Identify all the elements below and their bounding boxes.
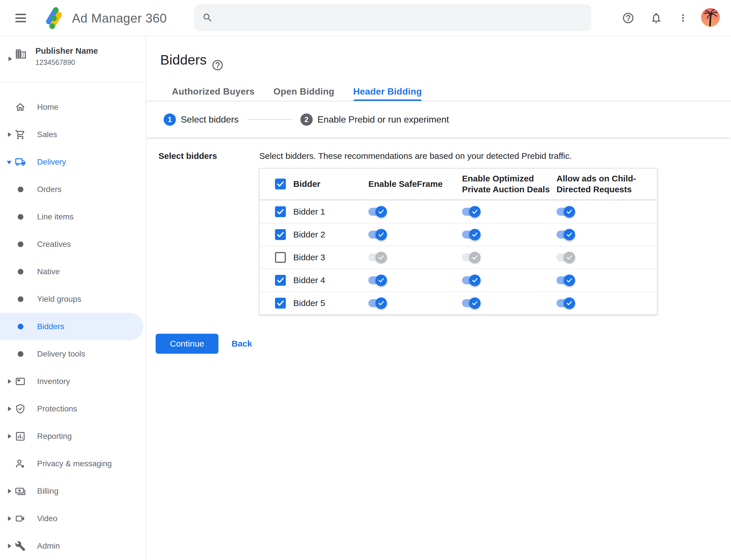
search-bar[interactable] <box>194 4 591 31</box>
child-directed-toggle[interactable] <box>556 228 575 241</box>
bidders-table: Bidder Enable SafeFrame Enable Optimized… <box>259 168 658 315</box>
more-options-icon[interactable] <box>677 12 689 24</box>
sidebar-item-label: Protections <box>37 395 77 423</box>
publisher-switcher[interactable]: Publisher Name 1234567890 <box>0 36 146 82</box>
optimized-deals-toggle[interactable] <box>462 251 481 264</box>
sidebar-item-label: Line items <box>37 203 74 231</box>
optimized-deals-toggle[interactable] <box>462 297 481 309</box>
child-directed-toggle[interactable] <box>556 251 575 264</box>
page-help-icon[interactable] <box>211 59 224 71</box>
step-2: 2 Enable Prebid or run experiment <box>301 113 449 126</box>
bullet-icon <box>18 214 23 220</box>
help-icon[interactable] <box>622 12 634 24</box>
optimized-deals-toggle[interactable] <box>462 228 481 241</box>
section-description: Select bidders. These recommendations ar… <box>259 151 572 161</box>
sidebar-item-label: Delivery tools <box>37 340 85 368</box>
child-directed-toggle[interactable] <box>556 205 575 218</box>
child-directed-toggle[interactable] <box>556 297 575 309</box>
bullet-icon <box>18 296 23 302</box>
sidebar-item-label: Video <box>37 505 57 532</box>
continue-button[interactable]: Continue <box>156 334 219 354</box>
tab-header-bidding[interactable]: Header Bidding <box>353 82 422 101</box>
row-checkbox[interactable] <box>275 252 286 263</box>
tab-open-bidding[interactable]: Open Bidding <box>274 82 335 101</box>
bidder-name: Bidder 3 <box>293 253 368 262</box>
sidebar-item-orders[interactable]: Orders <box>0 176 146 203</box>
sidebar-item-delivery-tools[interactable]: Delivery tools <box>0 340 146 368</box>
safeframe-toggle[interactable] <box>368 228 387 241</box>
building-icon <box>15 48 27 60</box>
notifications-icon[interactable] <box>650 12 662 24</box>
sidebar-item-privacy-messaging[interactable]: Privacy & messaging <box>0 450 146 477</box>
sidebar-item-label: Sales <box>37 121 57 148</box>
chevron-down-icon <box>7 161 11 164</box>
safeframe-toggle[interactable] <box>368 297 387 309</box>
chevron-right-icon <box>8 544 11 548</box>
table-row: Bidder 4 <box>260 269 657 291</box>
actions: Continue Back <box>156 334 252 354</box>
sidebar-item-billing[interactable]: Billing <box>0 477 146 505</box>
sidebar-item-delivery[interactable]: Delivery <box>0 148 146 176</box>
sidebar-item-protections[interactable]: Protections <box>0 395 146 423</box>
sidebar-item-label: Admin <box>37 532 60 560</box>
sidebar-item-yield-groups[interactable]: Yield groups <box>0 285 146 313</box>
sidebar-item-creatives[interactable]: Creatives <box>0 231 146 258</box>
sidebar-item-label: Creatives <box>37 231 71 258</box>
sidebar-item-bidders[interactable]: Bidders <box>0 313 146 340</box>
row-checkbox[interactable] <box>275 206 286 217</box>
truck-icon <box>15 157 26 167</box>
select-all-checkbox[interactable] <box>275 179 286 189</box>
publisher-name: Publisher Name <box>35 46 98 56</box>
wrench-icon <box>15 541 26 551</box>
sidebar-item-reporting[interactable]: Reporting <box>0 423 146 450</box>
sidebar-item-sales[interactable]: Sales <box>0 121 146 148</box>
column-header-bidder: Bidder <box>293 179 368 189</box>
menu-icon[interactable] <box>15 13 26 23</box>
user-avatar[interactable] <box>701 8 720 27</box>
stepper: 1 Select bidders 2 Enable Prebid or run … <box>146 101 731 137</box>
optimized-deals-toggle[interactable] <box>462 274 481 287</box>
search-icon <box>202 12 213 23</box>
row-checkbox[interactable] <box>275 229 286 240</box>
row-checkbox[interactable] <box>275 275 286 286</box>
row-checkbox[interactable] <box>275 298 286 309</box>
column-header-safeframe: Enable SafeFrame <box>368 179 462 189</box>
sidebar-item-label: Yield groups <box>37 285 81 313</box>
optimized-deals-toggle[interactable] <box>462 205 481 218</box>
column-header-optimized-deals: Enable Optimized Private Auction Deals <box>462 173 556 195</box>
sidebar-item-label: Inventory <box>37 368 70 395</box>
ad-manager-logo-icon <box>42 6 66 30</box>
tab-authorized-buyers[interactable]: Authorized Buyers <box>172 82 255 101</box>
sidebar-item-label: Home <box>37 93 59 121</box>
top-app-bar: Ad Manager 360 <box>0 0 731 36</box>
safeframe-toggle[interactable] <box>368 205 387 218</box>
table-row: Bidder 2 <box>260 223 657 246</box>
sidebar-item-native[interactable]: Native <box>0 258 146 285</box>
bullet-icon <box>18 241 23 247</box>
sidebar-item-home[interactable]: Home <box>0 93 146 121</box>
privacy-icon <box>15 458 26 469</box>
back-link[interactable]: Back <box>232 339 252 349</box>
column-header-child-directed: Allow ads on Child- Directed Requests <box>556 173 657 195</box>
sidebar-item-label: Reporting <box>37 423 72 450</box>
bidder-name: Bidder 1 <box>293 207 368 217</box>
sidebar-item-label: Billing <box>37 477 59 505</box>
safeframe-toggle[interactable] <box>368 251 387 264</box>
sidebar-item-line-items[interactable]: Line items <box>0 203 146 231</box>
search-input[interactable] <box>219 13 582 23</box>
bullet-icon <box>18 269 23 275</box>
sidebar-item-video[interactable]: Video <box>0 505 146 532</box>
safeframe-toggle[interactable] <box>368 274 387 287</box>
main-content: Bidders Authorized Buyers Open Bidding H… <box>146 36 731 560</box>
videocam-icon <box>15 513 26 524</box>
payments-icon <box>15 486 26 497</box>
sidebar-item-admin[interactable]: Admin <box>0 532 146 560</box>
child-directed-toggle[interactable] <box>556 274 575 287</box>
inventory-icon <box>15 376 26 387</box>
app-title: Ad Manager 360 <box>72 11 167 25</box>
sidebar: Publisher Name 1234567890 HomeSalesDeliv… <box>0 36 146 560</box>
sidebar-item-label: Orders <box>37 176 62 203</box>
sidebar-item-inventory[interactable]: Inventory <box>0 368 146 395</box>
publisher-id: 1234567890 <box>35 58 75 67</box>
table-row: Bidder 1 <box>260 200 657 223</box>
